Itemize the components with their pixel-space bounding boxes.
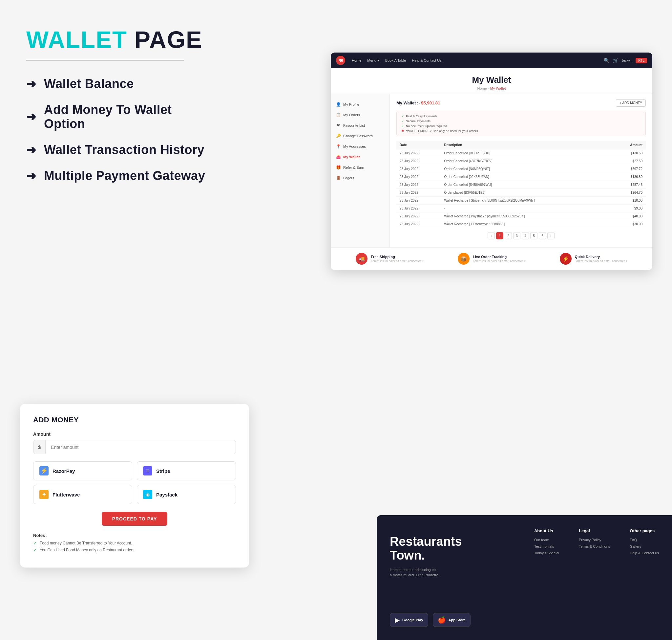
page-2[interactable]: 2 (505, 232, 512, 239)
arrow-icon-3: ➜ (26, 143, 36, 157)
check-icon-1: ✓ (401, 114, 404, 118)
strip-item-tracking: 📦 Live Order Tracking Lorem ipsum dolor … (458, 253, 525, 265)
amount-input[interactable] (46, 441, 236, 454)
add-money-button[interactable]: + ADD MONEY (616, 99, 646, 107)
cell-date: 23 July 2022 (397, 173, 441, 181)
nav-link-help[interactable]: Help & Contact Us (412, 58, 441, 63)
logout-icon: 🚪 (336, 176, 341, 180)
page-prev[interactable]: ‹ (488, 232, 495, 239)
footer-hero-sub: it amet, ectetur adipiscing elit.a matti… (390, 567, 475, 578)
footer-link-contact[interactable]: Help & Contact us (630, 551, 659, 555)
cell-date: 23 July 2022 (397, 165, 441, 173)
payment-option-stripe[interactable]: ≡ Stripe (137, 461, 236, 480)
currency-symbol: $ (33, 440, 46, 454)
footer-link-todays-special[interactable]: Today's Special (534, 551, 559, 555)
sidebar-label-wallet: My Wallet (343, 155, 360, 159)
arrow-icon-1: ➜ (26, 77, 36, 91)
cell-amount: $136.80 (612, 173, 646, 181)
footer-columns: About Us Our team Testimonials Today's S… (534, 528, 659, 557)
strip-item-shipping: 🚚 Free Shipping Lorem ipsum dolor sit am… (356, 253, 423, 265)
page-6[interactable]: 6 (539, 232, 546, 239)
footer-link-faq[interactable]: FAQ (630, 538, 659, 542)
location-icon: 📍 (336, 144, 341, 149)
info-item-3: ✓ No document upload required (401, 124, 641, 128)
wallet-balance: My Wallet :- $5,901.81 (397, 101, 440, 105)
dark-footer: RestaurantsTown. it amet, ectetur adipis… (377, 515, 672, 640)
info-text-2: Secure Payments (406, 119, 431, 123)
feature-item-4: ➜ Multiple Payment Gateway (26, 169, 210, 183)
sidebar-item-password[interactable]: 🔑 Change Password (331, 131, 389, 141)
footer-link-testimonials[interactable]: Testimonials (534, 544, 559, 548)
page-1[interactable]: 1 (496, 232, 503, 239)
cell-description: Order Cancelled [02K63UZAN] (441, 173, 612, 181)
app-buttons: ▶ Google Play 🍎 App Store (390, 613, 471, 627)
cart-icon[interactable]: 🛒 (613, 58, 618, 63)
sidebar-item-favourites[interactable]: ❤ Favourite List (331, 120, 389, 131)
flutterwave-label: Flutterwave (53, 492, 80, 497)
browser-mockup: 🍽 Home Menu ▾ Book A Table Help & Contac… (331, 53, 652, 270)
browser-navbar: 🍽 Home Menu ▾ Book A Table Help & Contac… (331, 53, 652, 68)
razorpay-label: RazorPay (53, 468, 75, 474)
proceed-to-pay-button[interactable]: PROCEED TO PAY (102, 512, 167, 526)
search-icon[interactable]: 🔍 (604, 58, 609, 63)
cell-description: Wallet Recharge | Flutterwave : 3588868 … (441, 220, 612, 228)
nav-link-menu[interactable]: Menu ▾ (367, 58, 379, 63)
payment-option-razorpay[interactable]: ⚡ RazorPay (33, 461, 132, 480)
sidebar-item-addresses[interactable]: 📍 My Addresses (331, 141, 389, 152)
cell-description: Order placed [B3V55EJ1E6] (441, 189, 612, 197)
cell-date: 23 July 2022 (397, 197, 441, 205)
payment-option-flutterwave[interactable]: ✦ Flutterwave (33, 485, 132, 504)
sidebar-item-logout[interactable]: 🚪 Logout (331, 173, 389, 183)
nav-logo: 🍽 (336, 56, 345, 65)
sidebar-item-wallet[interactable]: 👛 My Wallet (331, 152, 389, 162)
table-header-row: Date Description Amount (397, 141, 646, 149)
sidebar-label-addresses: My Addresses (343, 145, 366, 148)
footer-link-privacy[interactable]: Privacy Policy (579, 538, 610, 542)
table-row: 23 July 2022 Order Cancelled [N6M95QY8T]… (397, 165, 646, 173)
profile-button[interactable]: RTL (636, 58, 647, 63)
title-normal: PAGE (127, 27, 203, 53)
nav-link-book[interactable]: Book A Table (385, 58, 406, 63)
info-text-1: Fast & Easy Payments (406, 114, 437, 118)
table-row: 23 July 2022 Wallet Recharge | Flutterwa… (397, 220, 646, 228)
amount-input-wrap: $ (33, 440, 236, 454)
apple-icon: 🍎 (438, 616, 446, 624)
footer-link-our-team[interactable]: Our team (534, 538, 559, 542)
notes-title: Notes : (33, 533, 236, 538)
sidebar-item-orders[interactable]: 📋 My Orders (331, 110, 389, 120)
arrow-icon-4: ➜ (26, 169, 36, 183)
footer-strip: 🚚 Free Shipping Lorem ipsum dolor sit am… (331, 247, 652, 270)
cell-description: - (441, 205, 612, 213)
app-store-button[interactable]: 🍎 App Store (433, 613, 471, 627)
nav-links: Home Menu ▾ Book A Table Help & Contact … (352, 58, 442, 63)
page-next[interactable]: › (547, 232, 554, 239)
sidebar-label-profile: My Profile (343, 102, 359, 106)
sidebar-item-refer[interactable]: 🎁 Refer & Earn (331, 162, 389, 173)
nav-link-home[interactable]: Home (352, 58, 361, 63)
sidebar-item-profile[interactable]: 👤 My Profile (331, 99, 389, 110)
footer-link-terms[interactable]: Terms & Conditions (579, 544, 610, 548)
sidebar: 👤 My Profile 📋 My Orders ❤ Favourite Lis… (331, 94, 390, 247)
table-row: 23 July 2022 Wallet Recharge | Stripe : … (397, 197, 646, 205)
page-5[interactable]: 5 (530, 232, 537, 239)
wallet-layout: 👤 My Profile 📋 My Orders ❤ Favourite Lis… (331, 94, 652, 247)
warning-icon: ✱ (401, 129, 404, 133)
delivery-icon: ⚡ (560, 253, 572, 265)
stripe-logo: ≡ (143, 466, 152, 476)
feature-text-2: Add Money To Wallet Option (44, 103, 210, 131)
cell-description: Order Cancelled [S4B6A697WU] (441, 181, 612, 189)
check-icon-2: ✓ (401, 119, 404, 123)
cell-description: Wallet Recharge | Stripe : ch_3L08NT.wi2… (441, 197, 612, 205)
payment-option-paystack[interactable]: ◈ Paystack (137, 485, 236, 504)
footer-link-gallery[interactable]: Gallery (630, 544, 659, 548)
info-item-4: ✱ *WALLET MONEY Can only be used for you… (401, 129, 641, 133)
table-row: 23 July 2022 Order Cancelled [BOO2T13HU]… (397, 149, 646, 157)
cell-description: Order Cancelled [4BO7KG7BCV] (441, 157, 612, 165)
page-3[interactable]: 3 (513, 232, 520, 239)
footer-col-legal: Legal Privacy Policy Terms & Conditions (579, 528, 610, 557)
table-row: 23 July 2022 Order Cancelled [S4B6A697WU… (397, 181, 646, 189)
feature-list: ➜ Wallet Balance ➜ Add Money To Wallet O… (26, 77, 210, 183)
page-4[interactable]: 4 (522, 232, 529, 239)
strip-title-tracking: Live Order Tracking (473, 255, 525, 259)
google-play-button[interactable]: ▶ Google Play (390, 613, 428, 627)
